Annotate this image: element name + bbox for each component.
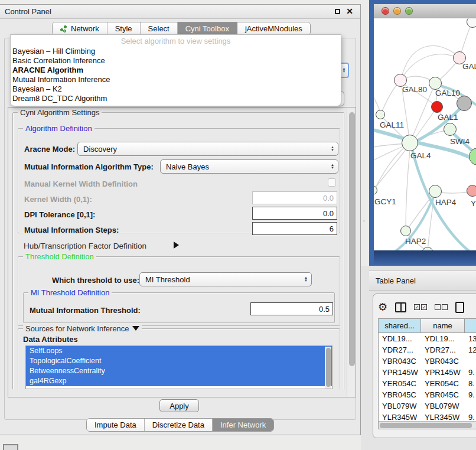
column-header-name[interactable]: name xyxy=(421,319,465,333)
table-hscrollbar[interactable] xyxy=(379,421,476,429)
hub-definition-label: Hub/Transcription Factor Definition xyxy=(24,242,146,250)
network-node[interactable] xyxy=(431,101,443,113)
attr-items: SelfLoopsTopologicalCoefficientBetweenne… xyxy=(26,346,332,386)
node-table[interactable]: shared...name YDL19...YDL19...13YDR27...… xyxy=(378,318,476,429)
control-panel-titlebar: Control Panel ✕ xyxy=(0,5,360,19)
unchecked-pair-icon[interactable] xyxy=(435,304,448,310)
mi-threshold-label: Mutual Information Threshold: xyxy=(30,306,141,315)
manual-kernel-checkbox[interactable] xyxy=(328,178,336,187)
attribute-item[interactable]: SelfLoops xyxy=(26,346,332,356)
cyni-algorithm-settings-group: Cyni Algorithm Settings Algorithm Defini… xyxy=(12,112,344,389)
algorithm-option[interactable]: ARACNE Algorithm xyxy=(11,66,341,75)
tab-infer-network[interactable]: Infer Network xyxy=(213,419,273,431)
mi-threshold-field[interactable] xyxy=(250,302,333,315)
table-row[interactable]: YBL079WYBL079W xyxy=(379,400,476,412)
gear-icon[interactable]: ⚙ xyxy=(378,301,387,313)
dpi-tolerance-field[interactable] xyxy=(252,207,337,220)
network-node[interactable] xyxy=(444,123,457,136)
table-cell: YBR045C xyxy=(379,389,421,400)
minimized-panel-icon[interactable] xyxy=(3,444,18,450)
tab-discretize-data[interactable]: Discretize Data xyxy=(145,419,213,431)
network-node[interactable] xyxy=(402,135,418,151)
which-threshold-label: Which threshold to use: xyxy=(52,276,139,285)
aracne-mode-label: Aracne Mode: xyxy=(24,145,75,154)
algorithm-popup-list: Bayesian – Hill ClimbingBasic Correlatio… xyxy=(11,47,341,103)
zoom-traffic-light-icon[interactable] xyxy=(405,7,413,15)
bottom-tabs: Impute DataDiscretize DataInfer Network xyxy=(86,418,274,432)
algorithm-option[interactable]: Basic Correlation Inference xyxy=(11,56,341,66)
node-label-hap4: HAP4 xyxy=(435,198,456,207)
mi-threshold-group: MI Threshold Definition Mutual Informati… xyxy=(23,292,335,323)
expand-arrow-icon[interactable] xyxy=(174,242,179,249)
table-row[interactable]: YDL19...YDL19...13 xyxy=(379,333,476,344)
network-node[interactable] xyxy=(376,110,385,119)
collapse-arrow-icon[interactable] xyxy=(132,326,139,331)
column-header-clipped[interactable] xyxy=(465,319,476,333)
control-panel-window: Control Panel ✕ NetworkStyleSelectCyni T… xyxy=(0,4,361,435)
minimize-traffic-light-icon[interactable] xyxy=(393,7,401,15)
table-cell: YBL079W xyxy=(421,400,465,412)
settings-vscrollbar[interactable] xyxy=(347,107,356,397)
attribute-item[interactable]: gal4RGexp xyxy=(26,376,332,386)
kernel-width-field[interactable] xyxy=(252,191,337,204)
combo-value: Naive Bayes xyxy=(166,162,209,171)
panel-splitter-handle[interactable]: › xyxy=(363,219,366,224)
table-cell: YER054C xyxy=(421,378,465,389)
which-threshold-combobox[interactable]: MI Threshold ▲▼ xyxy=(139,272,312,286)
tab-network[interactable]: Network xyxy=(53,22,107,35)
network-node[interactable] xyxy=(429,185,442,198)
table-row[interactable]: YLR345WYLR345W9. xyxy=(379,412,476,422)
table-row[interactable]: YBR045CYBR045C9. xyxy=(379,389,476,400)
data-attributes-list[interactable]: SelfLoopsTopologicalCoefficientBetweenne… xyxy=(25,345,332,389)
float-icon[interactable] xyxy=(335,9,340,14)
table-toolbar: ⚙ ✓✓ xyxy=(378,299,476,315)
algorithm-option[interactable]: Mutual Information Inference xyxy=(11,75,341,84)
checked-pair-icon[interactable]: ✓✓ xyxy=(414,304,427,310)
network-node[interactable] xyxy=(467,185,476,197)
table-row[interactable]: YBR043CYBR043C xyxy=(379,356,476,367)
new-column-icon[interactable] xyxy=(455,302,464,313)
column-header-shared[interactable]: shared... xyxy=(379,319,421,333)
tab-label: Cyni Toolbox xyxy=(185,24,229,33)
close-traffic-light-icon[interactable] xyxy=(382,7,389,15)
table-cell: YDR27... xyxy=(379,344,421,356)
attributes-scrollbar[interactable] xyxy=(325,347,331,389)
network-node[interactable] xyxy=(400,226,411,236)
algorithm-option[interactable]: Bayesian – K2 xyxy=(11,84,341,94)
tab-style[interactable]: Style xyxy=(107,22,141,35)
network-canvas[interactable]: GALGAL80GAL10GAL1GAL11SWI4GAL4GCY1HAP4YH… xyxy=(374,18,476,250)
attribute-item[interactable]: TopologicalCoefficient xyxy=(26,356,332,366)
table-cell: YER054C xyxy=(379,378,421,389)
table-row[interactable]: YPR145WYPR145W9. xyxy=(379,367,476,378)
split-column-icon[interactable] xyxy=(395,302,406,312)
group-title: Threshold Definition xyxy=(23,252,96,261)
aracne-mode-combobox[interactable]: Discovery ▲▼ xyxy=(77,142,338,156)
panel-title: Control Panel xyxy=(5,7,51,16)
apply-button[interactable]: Apply xyxy=(159,399,199,412)
attribute-item[interactable]: BetweennessCentrality xyxy=(26,366,332,376)
tab-impute-data[interactable]: Impute Data xyxy=(87,419,145,431)
tab-select[interactable]: Select xyxy=(141,22,178,35)
algorithm-option[interactable]: Dream8 DC_TDC Algorithm xyxy=(11,94,341,103)
table-row[interactable]: YER054CYER054C8. xyxy=(379,378,476,389)
network-node[interactable] xyxy=(429,77,442,90)
table-row[interactable]: YDR27...YDR27...12 xyxy=(379,344,476,356)
mi-steps-field[interactable] xyxy=(252,222,337,235)
control-panel-tabs: NetworkStyleSelectCyni ToolboxjActiveMNo… xyxy=(52,22,311,35)
node-label-gal4: GAL4 xyxy=(410,151,431,160)
close-icon[interactable]: ✕ xyxy=(346,6,353,16)
algorithm-definition-group: Algorithm Definition Aracne Mode: Discov… xyxy=(18,128,340,233)
table-cell: YBR043C xyxy=(421,356,465,367)
algorithm-option[interactable]: Bayesian – Hill Climbing xyxy=(11,47,341,56)
mi-type-label: Mutual Information Algorithm Type: xyxy=(24,162,154,171)
mi-algorithm-type-combobox[interactable]: Naive Bayes ▲▼ xyxy=(160,159,338,174)
group-title: Algorithm Definition xyxy=(23,124,94,133)
tab-jactivemnodules[interactable]: jActiveMNodules xyxy=(237,22,310,35)
table-cell: YPR145W xyxy=(421,367,465,378)
sources-group: Sources for Network Inference Data Attri… xyxy=(18,328,340,389)
tab-cyni-toolbox[interactable]: Cyni Toolbox xyxy=(178,22,237,35)
table-panel-area: Table Panel ⚙ ✓✓ shared...name YDL19...Y… xyxy=(361,266,476,450)
network-node[interactable] xyxy=(457,96,472,111)
node-label-gal10: GAL10 xyxy=(435,89,460,97)
tab-label: jActiveMNodules xyxy=(245,24,302,33)
